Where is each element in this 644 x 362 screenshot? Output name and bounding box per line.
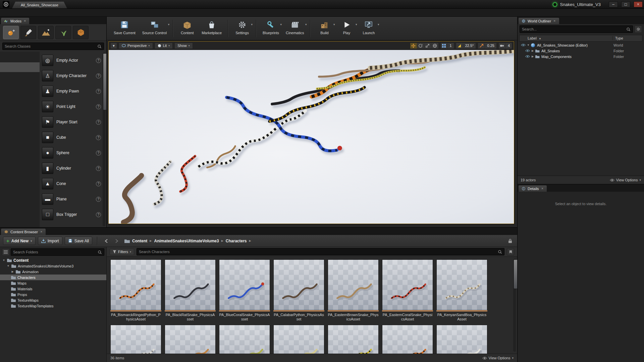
tab-content-browser[interactable]: Content Browser × bbox=[1, 229, 46, 235]
foliage-mode-button[interactable] bbox=[55, 26, 71, 39]
source-control-button[interactable]: Source Control ▾ bbox=[139, 18, 170, 39]
search-assets-box[interactable] bbox=[137, 248, 504, 255]
menu-item[interactable] bbox=[3, 11, 10, 14]
build-button[interactable]: Build ▾ bbox=[314, 18, 335, 39]
grid-snap-icon[interactable] bbox=[441, 43, 448, 49]
expand-arrow-icon[interactable]: ▶ bbox=[11, 270, 14, 273]
import-button[interactable]: Import bbox=[38, 237, 62, 245]
asset-tile[interactable] bbox=[382, 325, 433, 354]
scale-snap-icon[interactable] bbox=[478, 43, 485, 49]
outliner-search-input[interactable] bbox=[522, 27, 625, 31]
placeable-item[interactable]: ▲ Cone ? bbox=[42, 176, 101, 191]
asset-tile[interactable]: PA_BismarckRingedPython_PhysicsAsset bbox=[110, 259, 161, 321]
save-search-button[interactable] bbox=[507, 248, 514, 255]
content-button[interactable]: Content bbox=[176, 18, 198, 39]
perspective-button[interactable]: Perspective ▾ bbox=[119, 43, 153, 49]
folder-tree-item[interactable]: ▼ Content bbox=[0, 257, 106, 263]
folder-tree-item[interactable]: ▶ Animation bbox=[0, 269, 106, 275]
cinematics-dropdown-icon[interactable]: ▾ bbox=[305, 23, 307, 26]
expand-arrow-icon[interactable]: ▼ bbox=[2, 259, 5, 262]
source-control-dropdown-icon[interactable]: ▾ bbox=[168, 23, 170, 26]
menu-item[interactable] bbox=[25, 11, 32, 14]
placeable-item[interactable]: ◎ Empty Actor ? bbox=[42, 53, 101, 68]
settings-button[interactable]: Settings ▾ bbox=[231, 18, 253, 39]
filters-button[interactable]: Filters ▾ bbox=[110, 249, 134, 255]
build-dropdown-icon[interactable]: ▾ bbox=[333, 23, 335, 26]
label-column-header[interactable]: Label ▲ bbox=[520, 36, 612, 40]
outliner-row[interactable]: ▼ All_Snakes_Showcase (Editor) World bbox=[519, 42, 642, 48]
expand-arrow-icon[interactable]: ▼ bbox=[7, 264, 10, 267]
landscape-mode-button[interactable] bbox=[38, 26, 54, 39]
help-badge[interactable]: ? bbox=[96, 89, 101, 94]
outliner-settings-button[interactable] bbox=[635, 25, 642, 33]
place-mode-button[interactable] bbox=[3, 26, 19, 39]
tab-details[interactable]: Details × bbox=[519, 185, 547, 192]
asset-tile[interactable] bbox=[165, 325, 216, 354]
scale-snap-value[interactable]: 0.25 bbox=[485, 44, 496, 48]
placeable-item[interactable]: ■ Cube ? bbox=[42, 130, 101, 145]
breadcrumb-item[interactable]: Characters bbox=[226, 239, 247, 243]
tab-world-outliner[interactable]: World Outliner × bbox=[519, 18, 559, 24]
placeable-item[interactable]: ♙ Empty Character ? bbox=[42, 68, 101, 83]
add-new-button[interactable]: + Add New ▾ bbox=[3, 237, 36, 245]
help-badge[interactable]: ? bbox=[96, 181, 101, 186]
modes-scrollbar[interactable] bbox=[103, 53, 105, 226]
help-badge[interactable]: ? bbox=[96, 150, 101, 156]
placement-category[interactable] bbox=[0, 101, 40, 111]
asset-tile[interactable] bbox=[219, 325, 270, 354]
asset-tile[interactable] bbox=[436, 325, 487, 354]
outliner-row[interactable]: ▶ Map_Components Folder bbox=[519, 54, 642, 59]
rotate-tool-icon[interactable] bbox=[417, 43, 424, 49]
asset-tile[interactable]: PA_KenyanSandBoa_PhysicsAsset bbox=[436, 259, 487, 321]
outliner-search-box[interactable] bbox=[520, 25, 633, 33]
tab-modes[interactable]: Modes × bbox=[1, 18, 29, 24]
help-badge[interactable]: ? bbox=[96, 58, 101, 63]
expand-arrow-icon[interactable]: ▶ bbox=[531, 49, 535, 52]
help-badge[interactable]: ? bbox=[96, 135, 101, 140]
placement-category[interactable] bbox=[0, 53, 40, 62]
world-outliner-tab-close-icon[interactable]: × bbox=[553, 19, 555, 23]
content-browser-tab-close-icon[interactable]: × bbox=[40, 230, 42, 234]
camera-speed-icon[interactable] bbox=[499, 43, 506, 49]
breadcrumb-item[interactable]: Content bbox=[132, 239, 147, 243]
search-classes-input[interactable] bbox=[5, 44, 96, 48]
placement-category[interactable] bbox=[0, 82, 40, 92]
asset-tile[interactable]: PA_BlueCoralSnake_PhysicsAsset bbox=[219, 259, 270, 321]
folder-tree-item[interactable]: TextureMaps bbox=[0, 297, 106, 303]
placeable-item[interactable]: ▬ Plane ? bbox=[42, 191, 101, 207]
marketplace-button[interactable]: Marketplace bbox=[199, 18, 225, 39]
menu-item[interactable] bbox=[10, 11, 17, 14]
asset-tile[interactable] bbox=[328, 325, 379, 354]
placement-category[interactable] bbox=[0, 62, 40, 72]
asset-tile[interactable]: PA_EasternCoralSnake_PhysicsAsset bbox=[382, 259, 433, 321]
save-current-button[interactable]: Save Current bbox=[111, 18, 139, 39]
folder-tree-item[interactable]: ▼ AnimatedSnakesUltimateVolume3 bbox=[0, 263, 106, 269]
visibility-eye-icon[interactable] bbox=[524, 49, 531, 52]
expand-arrow-icon[interactable]: ▶ bbox=[531, 55, 535, 58]
show-flags-button[interactable]: Show ▾ bbox=[174, 43, 193, 49]
placeable-item[interactable]: ▮ Cylinder ? bbox=[42, 161, 101, 176]
viewport-scene[interactable] bbox=[109, 50, 514, 224]
placeable-item[interactable]: □ Box Trigger ? bbox=[42, 207, 101, 222]
outliner-row[interactable]: ▶ All_Snakes Folder bbox=[519, 48, 642, 54]
geometry-mode-button[interactable] bbox=[73, 26, 89, 39]
save-all-button[interactable]: Save All bbox=[65, 237, 92, 245]
asset-tile[interactable] bbox=[273, 325, 324, 354]
details-tab-close-icon[interactable]: × bbox=[541, 187, 543, 190]
cinematics-button[interactable]: Cinematics ▾ bbox=[283, 18, 307, 39]
launch-button[interactable]: Launch ▾ bbox=[358, 18, 379, 39]
maximize-button[interactable]: □ bbox=[621, 1, 630, 7]
placeable-item[interactable]: ⚑ Player Start ? bbox=[42, 114, 101, 130]
rotation-snap-value[interactable]: 22.5° bbox=[463, 44, 476, 48]
assets-scrollbar[interactable] bbox=[513, 259, 516, 352]
lock-icon[interactable] bbox=[506, 239, 514, 243]
placement-category[interactable] bbox=[0, 92, 40, 101]
back-button[interactable] bbox=[102, 237, 110, 245]
search-folders-input[interactable] bbox=[13, 250, 96, 254]
breadcrumb-item[interactable]: AnimatedSnakesUltimateVolume3 bbox=[154, 239, 219, 243]
visibility-eye-icon[interactable] bbox=[524, 55, 531, 58]
menu-item[interactable] bbox=[17, 11, 25, 14]
folder-tree-item[interactable]: Materials bbox=[0, 286, 106, 292]
settings-dropdown-icon[interactable]: ▾ bbox=[251, 23, 253, 26]
asset-tile[interactable] bbox=[110, 325, 161, 354]
